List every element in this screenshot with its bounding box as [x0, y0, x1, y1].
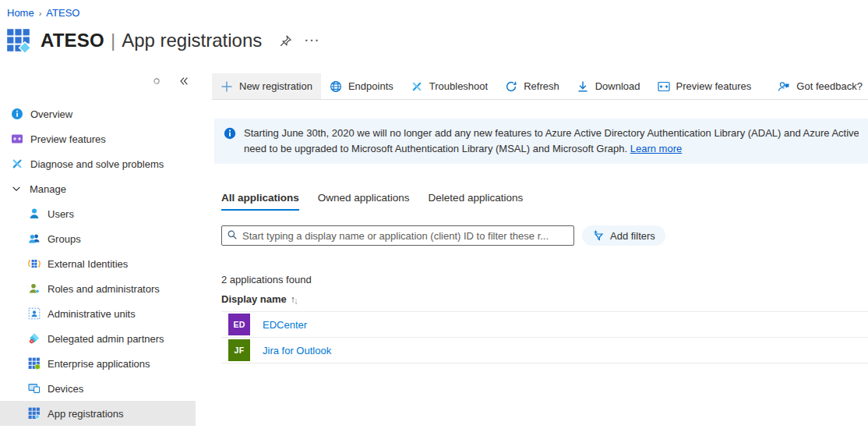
preview-window-icon: [658, 80, 670, 93]
sidebar-item-roles-and-administrators[interactable]: Roles and administrators: [0, 276, 196, 301]
admin-units-icon: [28, 307, 41, 320]
add-filters-button[interactable]: Add filters: [582, 225, 665, 246]
delegated-admin-icon: [28, 332, 41, 345]
toolbar-button-label: Download: [595, 80, 640, 92]
refresh-button[interactable]: Refresh: [496, 73, 568, 99]
column-header-display-name[interactable]: Display name ↑↓: [221, 293, 868, 311]
sidebar-item-label: External Identities: [48, 258, 128, 270]
page-title: ATESO: [41, 30, 104, 51]
sidebar-item-preview-features[interactable]: Preview features: [0, 126, 196, 151]
notice-line-1: Starting June 30th, 2020 we will no long…: [244, 126, 859, 141]
info-icon: [11, 108, 23, 120]
devices-icon: [28, 382, 41, 395]
roles-icon: [28, 282, 41, 295]
sidebar-item-administrative-units[interactable]: Administrative units: [0, 301, 196, 326]
page-subtitle: App registrations: [122, 30, 262, 51]
command-bar: New registrationEndpointsTroubleshootRef…: [212, 73, 868, 100]
search-box: [221, 225, 574, 246]
pin-icon[interactable]: [279, 34, 292, 48]
troubleshoot-icon: [411, 80, 423, 93]
sidebar-item-label: Roles and administrators: [48, 283, 160, 295]
chevron-down-icon: [11, 183, 22, 194]
add-filters-label: Add filters: [610, 230, 655, 242]
sidebar-item-label: App registrations: [48, 408, 124, 420]
avatar: JF: [228, 339, 250, 361]
sidebar-item-label: Diagnose and solve problems: [30, 158, 164, 170]
external-identities-icon: [28, 257, 41, 270]
applications-table: EDEDCenterJFJira for Outlook: [221, 311, 868, 363]
user-icon: [28, 207, 41, 220]
enterprise-apps-icon: [28, 357, 41, 370]
refresh-icon: [505, 80, 517, 93]
sidebar-item-label: Administrative units: [48, 308, 136, 320]
app-name-link[interactable]: EDCenter: [263, 319, 307, 331]
app-name-link[interactable]: Jira for Outlook: [263, 345, 331, 356]
table-row[interactable]: EDEDCenter: [221, 312, 868, 338]
sidebar-item-label: Users: [48, 208, 74, 220]
table-row[interactable]: JFJira for Outlook: [221, 338, 868, 363]
collapse-sidebar-icon[interactable]: [178, 75, 189, 87]
tools-icon: [11, 158, 23, 170]
sidebar-item-enterprise-applications[interactable]: Enterprise applications: [0, 351, 196, 376]
globe-icon: [330, 80, 342, 93]
notice-banner: Starting June 30th, 2020 we will no long…: [214, 119, 868, 164]
download-button[interactable]: Download: [568, 73, 649, 99]
sidebar-item-label: Devices: [48, 383, 83, 395]
resize-handle-icon[interactable]: [152, 75, 161, 87]
got-feedback-button[interactable]: Got feedback?: [769, 73, 868, 99]
learn-more-link[interactable]: Learn more: [630, 143, 682, 154]
sidebar-item-users[interactable]: Users: [0, 201, 196, 226]
sidebar-item-label: Manage: [30, 183, 66, 195]
page-header: ATESO | App registrations ···: [6, 28, 320, 53]
sidebar-item-delegated-admin-partners[interactable]: Delegated admin partners: [0, 326, 196, 351]
sidebar-item-devices[interactable]: Devices: [0, 376, 196, 401]
title-separator: |: [111, 30, 115, 51]
notice-text: Starting June 30th, 2020 we will no long…: [244, 126, 859, 157]
toolbar-button-label: Got feedback?: [796, 80, 863, 92]
preview-features-button[interactable]: Preview features: [649, 73, 760, 99]
sidebar-nav: OverviewPreview featuresDiagnose and sol…: [0, 101, 196, 426]
tab-owned-applications[interactable]: Owned applications: [318, 192, 410, 211]
users-icon: [28, 232, 41, 245]
column-label: Display name: [221, 293, 287, 305]
download-icon: [577, 80, 589, 93]
info-icon: [224, 127, 236, 140]
sort-icon: ↑↓: [291, 293, 298, 305]
sidebar-item-label: Groups: [48, 233, 81, 245]
sidebar-item-label: Overview: [30, 108, 72, 120]
tab-all-applications[interactable]: All applications: [221, 192, 299, 211]
search-input[interactable]: [221, 225, 574, 246]
sidebar-item-diagnose-and-solve-problems[interactable]: Diagnose and solve problems: [0, 151, 196, 176]
add-filter-icon: [592, 229, 605, 242]
toolbar-button-label: Endpoints: [348, 80, 393, 92]
sidebar-item-manage[interactable]: Manage: [0, 176, 196, 201]
toolbar-button-label: Troubleshoot: [429, 80, 488, 92]
tab-deleted-applications[interactable]: Deleted applications: [429, 192, 524, 211]
troubleshoot-button[interactable]: Troubleshoot: [402, 73, 496, 99]
more-options-icon[interactable]: ···: [305, 34, 320, 47]
breadcrumb: Home › ATESO: [7, 7, 79, 19]
app-registrations-blade-icon: [6, 28, 31, 53]
results-count: 2 applications found: [221, 274, 868, 285]
sidebar: OverviewPreview featuresDiagnose and sol…: [0, 67, 196, 429]
breadcrumb-separator: ›: [39, 9, 42, 18]
sidebar-item-label: Enterprise applications: [48, 358, 150, 370]
endpoints-button[interactable]: Endpoints: [321, 73, 402, 99]
notice-line-2: need to be upgraded to Microsoft Authent…: [244, 141, 859, 157]
sidebar-controls: [0, 67, 196, 87]
sidebar-item-external-identities[interactable]: External Identities: [0, 251, 196, 276]
breadcrumb-current-link[interactable]: ATESO: [46, 7, 79, 19]
sidebar-item-overview[interactable]: Overview: [0, 101, 196, 126]
toolbar-button-label: Preview features: [676, 80, 752, 92]
toolbar-button-label: Refresh: [524, 80, 559, 92]
sidebar-item-label: Delegated admin partners: [48, 333, 164, 345]
app-registrations-icon: [28, 407, 41, 420]
breadcrumb-home-link[interactable]: Home: [7, 7, 34, 19]
filter-row: Add filters: [221, 225, 868, 246]
sidebar-item-groups[interactable]: Groups: [0, 226, 196, 251]
sidebar-item-app-registrations[interactable]: App registrations: [0, 401, 196, 426]
new-registration-button[interactable]: New registration: [212, 73, 321, 99]
main-content: New registrationEndpointsTroubleshootRef…: [196, 67, 868, 429]
application-tabs: All applicationsOwned applicationsDelete…: [221, 192, 868, 211]
sidebar-item-label: Preview features: [30, 133, 106, 145]
